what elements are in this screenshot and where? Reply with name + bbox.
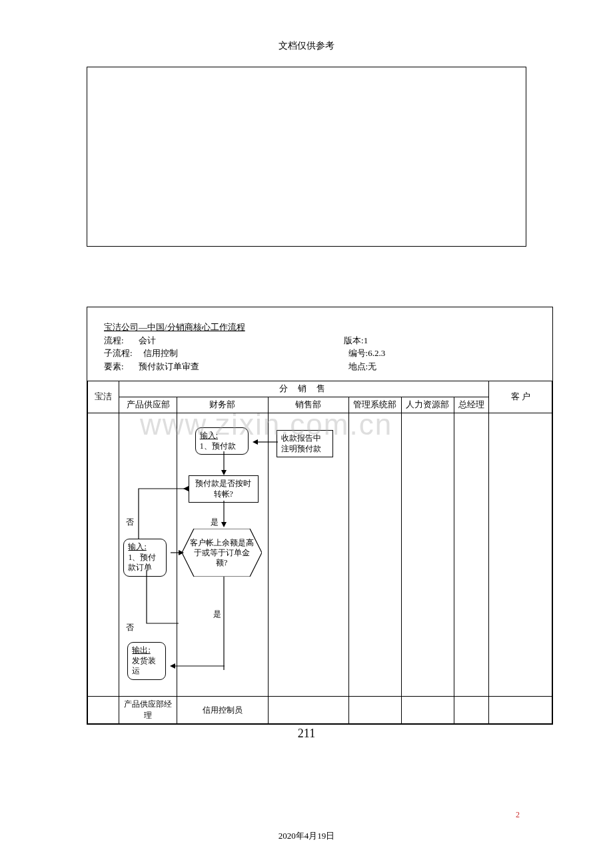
swimlane-table: 宝洁 分 销 售 客 户 产品供应部 财务部 销售部 管理系统部 人力资源部 总…	[87, 381, 552, 724]
footer-sales	[268, 697, 348, 724]
lane-baojie	[88, 413, 119, 697]
decision2-text: 客户帐上余额是高于或等于订单金额?	[182, 538, 262, 568]
svg-marker-6	[183, 486, 189, 491]
lane-customer	[489, 413, 552, 697]
input1-label: 输入:	[200, 431, 218, 440]
line-no-loop	[132, 570, 185, 643]
footer-mgmtsys	[348, 697, 401, 724]
subprocess-label: 子流程:	[104, 348, 133, 358]
lane-sales: 收款报告中注明预付款	[268, 413, 348, 697]
footer-hr	[401, 697, 454, 724]
footer-gm	[454, 697, 489, 724]
footer-customer	[489, 697, 552, 724]
process-value: 会计	[139, 335, 156, 345]
small-page-number: 2	[516, 810, 520, 820]
node-decision-transfer: 预付款是否按时转帐?	[189, 475, 259, 503]
process-label: 流程:	[104, 335, 124, 345]
node-decision-balance: 客户帐上余额是高于或等于订单金额?	[182, 529, 262, 577]
arrow-1	[220, 451, 228, 475]
col-supply: 产品供应部	[119, 397, 177, 413]
col-mgmtsys: 管理系统部	[348, 397, 401, 413]
svg-marker-1	[221, 470, 227, 475]
line-no-1	[132, 485, 191, 539]
line-down-hex	[220, 577, 228, 670]
page-header: 文档仅供参考	[0, 0, 613, 52]
id-label: 编号:	[348, 348, 368, 358]
arrow-to-output	[170, 662, 225, 670]
node-output: 输出: 发货装运	[127, 642, 166, 680]
lane-mgmtsys	[348, 413, 401, 697]
label-yes-1: 是	[211, 517, 219, 528]
version-label: 版本:	[344, 335, 364, 345]
col-baojie: 宝洁	[88, 381, 119, 413]
col-sales: 销售部	[268, 397, 348, 413]
subprocess-value: 信用控制	[143, 348, 178, 358]
location-label: 地点:	[348, 361, 368, 371]
col-group-header: 分 销 售	[119, 381, 489, 397]
col-gm: 总经理	[454, 397, 489, 413]
node-input-prepay: 输入: 1、预付款	[195, 427, 249, 455]
lane-finance: 输入: 1、预付款 预付款是否按时转帐? 是	[177, 413, 268, 697]
node-receipt-note: 收款报告中注明预付款	[277, 430, 333, 457]
page-number: 211	[0, 727, 613, 741]
footer-finance: 信用控制员	[177, 697, 268, 724]
element-value: 预付款订单审查	[139, 361, 199, 371]
version-value: 1	[364, 335, 368, 345]
empty-content-box	[87, 67, 526, 247]
flowchart-container: 宝洁公司—中国/分销商核心工作流程 流程: 会计 版本:1 子流程: 信用控制 …	[87, 307, 553, 725]
footer-date: 2020年4月19日	[0, 830, 613, 842]
svg-marker-12	[253, 439, 258, 445]
element-label: 要素:	[104, 361, 124, 371]
col-finance: 财务部	[177, 397, 268, 413]
location-value: 无	[368, 361, 376, 371]
output-text: 发货装运	[132, 656, 156, 676]
arrow-note-to-input	[253, 438, 278, 446]
output-label: 输出:	[132, 645, 150, 655]
input2-label: 输入:	[128, 542, 146, 551]
arrow-2	[220, 501, 228, 527]
label-yes-2: 是	[213, 609, 221, 620]
col-customer: 客 户	[489, 381, 552, 413]
id-value: 6.2.3	[368, 348, 385, 358]
svg-marker-10	[170, 663, 175, 669]
col-hr: 人力资源部	[401, 397, 454, 413]
lane-gm	[454, 413, 489, 697]
footer-supply: 产品供应部经理	[119, 697, 177, 724]
title-block: 宝洁公司—中国/分销商核心工作流程 流程: 会计 版本:1 子流程: 信用控制 …	[87, 307, 552, 381]
svg-marker-3	[221, 522, 227, 527]
input2-text: 1、预付款订单	[128, 553, 156, 573]
footer-baojie	[88, 697, 119, 724]
lane-supply: 输入: 1、预付款订单 输出: 发货装运 否 否	[119, 413, 177, 697]
lane-hr	[401, 413, 454, 697]
title-line1: 宝洁公司—中国/分销商核心工作流程	[104, 321, 536, 334]
input1-text: 1、预付款	[200, 441, 236, 451]
